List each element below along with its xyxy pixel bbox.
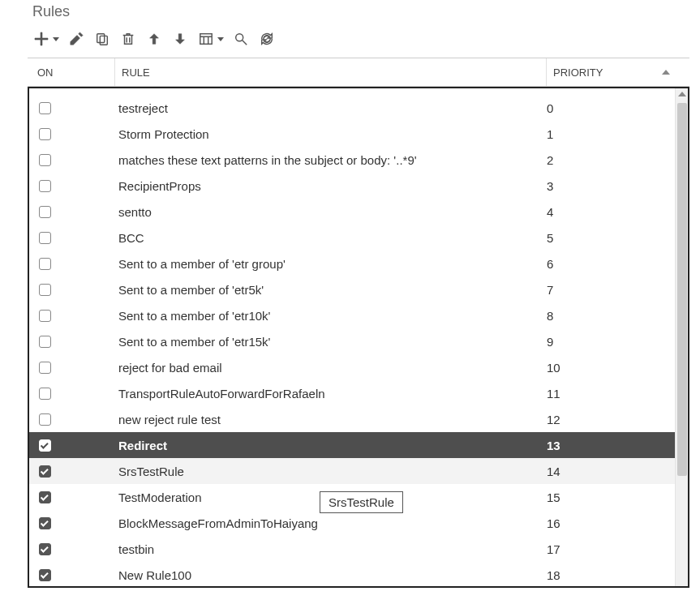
table-row[interactable]: sentto4: [29, 199, 675, 225]
rule-enabled-checkbox[interactable]: [39, 206, 51, 218]
edit-button[interactable]: [67, 30, 85, 48]
svg-rect-0: [97, 34, 105, 43]
move-down-button[interactable]: [171, 30, 189, 48]
rule-priority: 9: [547, 335, 668, 349]
table-row[interactable]: BlockMessageFromAdminToHaiyang16: [29, 510, 675, 536]
rule-name: New Rule100: [115, 568, 547, 582]
rule-enabled-checkbox[interactable]: [39, 543, 51, 555]
rule-name: BCC: [115, 231, 547, 245]
rule-enabled-checkbox[interactable]: [39, 517, 51, 529]
scroll-up-icon[interactable]: [678, 92, 686, 96]
scroll-thumb[interactable]: [677, 103, 687, 476]
rule-enabled-checkbox[interactable]: [39, 491, 51, 503]
table-row[interactable]: reject for bad email10: [29, 354, 675, 380]
table-row[interactable]: New Rule10018: [29, 562, 675, 586]
rule-name: BlockMessageFromAdminToHaiyang: [115, 516, 547, 530]
table-row[interactable]: testbin17: [29, 536, 675, 562]
rules-grid: ON RULE PRIORITY testreject0Storm Protec…: [28, 58, 689, 588]
rule-enabled-checkbox[interactable]: [39, 232, 51, 244]
rule-enabled-checkbox[interactable]: [39, 362, 51, 374]
rule-enabled-checkbox[interactable]: [39, 336, 51, 348]
rule-name: Storm Protection: [115, 127, 547, 141]
table-row[interactable]: RecipientProps3: [29, 173, 675, 199]
rule-enabled-checkbox[interactable]: [39, 284, 51, 296]
vertical-scrollbar[interactable]: [675, 88, 688, 586]
rule-name: Sent to a member of 'etr15k': [115, 335, 547, 349]
move-up-button[interactable]: [145, 30, 163, 48]
rule-enabled-checkbox[interactable]: [39, 388, 51, 400]
table-row[interactable]: Storm Protection1: [29, 121, 675, 147]
rule-priority: 1: [547, 127, 668, 141]
rule-enabled-checkbox[interactable]: [39, 413, 51, 426]
add-dropdown-caret[interactable]: [53, 37, 59, 41]
table-row[interactable]: Redirect13: [29, 432, 675, 458]
table-row[interactable]: TransportRuleAutoForwardForRafaeln11: [29, 380, 675, 406]
rule-name: TransportRuleAutoForwardForRafaeln: [115, 387, 547, 401]
check-icon: [41, 492, 49, 500]
rule-priority: 5: [547, 231, 668, 245]
table-row[interactable]: BCC5: [29, 225, 675, 251]
table-row[interactable]: Sent to a member of 'etr group'6: [29, 251, 675, 276]
rule-enabled-checkbox[interactable]: [39, 465, 51, 478]
rule-name: Sent to a member of 'etr5k': [115, 283, 547, 297]
table-row[interactable]: new reject rule test12: [29, 406, 675, 432]
rule-name: matches these text patterns in the subje…: [115, 153, 547, 167]
check-icon: [41, 440, 49, 448]
table-row[interactable]: Sent to a member of 'etr5k'7: [29, 276, 675, 302]
grid-body: testreject0Storm Protection1matches thes…: [29, 88, 675, 586]
rule-priority: 16: [547, 516, 668, 530]
rule-name: Sent to a member of 'etr10k': [115, 309, 547, 323]
rule-enabled-checkbox[interactable]: [39, 180, 51, 192]
refresh-button[interactable]: [258, 30, 276, 48]
rule-name: TestModeration: [115, 490, 547, 504]
column-header-priority-label: PRIORITY: [553, 66, 603, 79]
copy-button[interactable]: [93, 30, 111, 48]
svg-rect-1: [100, 36, 107, 45]
rule-name: SrsTestRule: [115, 465, 547, 478]
delete-button[interactable]: [119, 30, 137, 48]
rule-priority: 8: [547, 309, 668, 323]
rule-enabled-checkbox[interactable]: [39, 258, 51, 270]
rule-priority: 17: [547, 542, 668, 556]
rule-name: sentto: [115, 205, 547, 219]
check-icon: [41, 544, 49, 552]
rule-priority: 3: [547, 179, 668, 193]
check-icon: [41, 570, 49, 578]
rule-priority: 2: [547, 153, 668, 167]
check-icon: [41, 518, 49, 526]
columns-button[interactable]: [197, 30, 215, 48]
rule-name: reject for bad email: [115, 361, 547, 375]
table-row[interactable]: testreject0: [29, 95, 675, 121]
rule-enabled-checkbox[interactable]: [39, 310, 51, 322]
page-title: Rules: [32, 3, 700, 20]
rule-priority: 15: [547, 490, 668, 504]
column-header-on[interactable]: ON: [28, 58, 115, 86]
columns-dropdown-caret[interactable]: [217, 37, 224, 41]
rule-priority: 18: [547, 568, 668, 582]
rule-priority: 14: [547, 465, 668, 478]
rule-name: testbin: [115, 542, 547, 556]
rule-enabled-checkbox[interactable]: [39, 154, 51, 166]
check-icon: [41, 466, 49, 474]
grid-header: ON RULE PRIORITY: [28, 58, 689, 87]
rule-priority: 6: [547, 257, 668, 271]
svg-rect-2: [200, 34, 212, 45]
rule-enabled-checkbox[interactable]: [39, 102, 51, 114]
search-button[interactable]: [232, 30, 250, 48]
table-row[interactable]: Sent to a member of 'etr15k'9: [29, 328, 675, 354]
rule-priority: 13: [547, 439, 668, 452]
rule-enabled-checkbox[interactable]: [39, 128, 51, 140]
table-row[interactable]: Sent to a member of 'etr10k'8: [29, 302, 675, 328]
table-row[interactable]: TestModeration15: [29, 484, 675, 510]
rule-priority: 12: [547, 413, 668, 426]
column-header-rule[interactable]: RULE: [115, 58, 547, 86]
rule-name: Sent to a member of 'etr group': [115, 257, 547, 271]
column-header-priority[interactable]: PRIORITY: [547, 58, 676, 86]
rule-priority: 7: [547, 283, 668, 297]
add-button[interactable]: [32, 30, 50, 48]
table-row[interactable]: SrsTestRule14: [29, 458, 675, 484]
table-row[interactable]: matches these text patterns in the subje…: [29, 147, 675, 173]
rule-enabled-checkbox[interactable]: [39, 439, 51, 452]
rule-priority: 10: [547, 361, 668, 375]
rule-enabled-checkbox[interactable]: [39, 569, 51, 581]
